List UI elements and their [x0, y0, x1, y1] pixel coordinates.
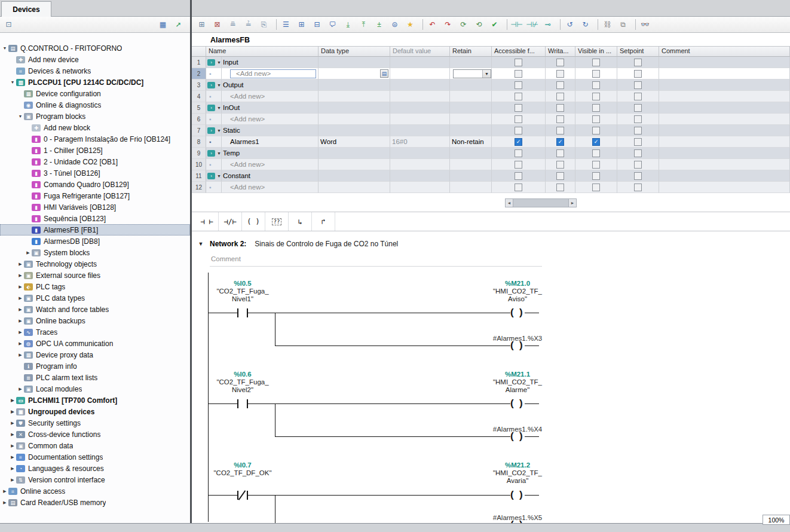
accessible-checkbox[interactable] [515, 104, 522, 112]
chevron-right-icon[interactable]: ▶ [9, 409, 16, 414]
tree-item-device-proxy-data[interactable]: ▶▦Device proxy data [0, 349, 190, 360]
collapse-instructions-icon[interactable]: ⤒ [357, 19, 370, 31]
setpoint-checkbox[interactable] [634, 93, 642, 100]
details-view-icon[interactable]: ▦ [157, 19, 169, 31]
writable-checkbox[interactable] [556, 149, 564, 157]
section-collapse-icon[interactable]: ▼ [217, 60, 221, 65]
refresh-references-icon[interactable]: ⟲ [473, 19, 485, 31]
visible-checkbox[interactable]: ✓ [592, 138, 600, 146]
scrollbar-thumb[interactable] [513, 198, 568, 207]
tree-item-plc-data-types[interactable]: ▶▣PLC data types [0, 292, 190, 304]
tree-item-external-source-files[interactable]: ▶▣External source files [0, 270, 190, 281]
tree-item-online-diagnostics[interactable]: ◉Online & diagnostics [0, 99, 190, 111]
writable-checkbox[interactable] [556, 70, 564, 78]
chevron-right-icon[interactable]: ▶ [17, 387, 24, 392]
update-inconsistent-calls-icon[interactable]: ⟳ [457, 19, 470, 31]
table-row-9[interactable]: 9›▼Temp [192, 148, 790, 159]
table-row-11[interactable]: 11›▼Constant [192, 170, 790, 182]
writable-checkbox[interactable] [556, 115, 564, 123]
coil-symbol[interactable]: ) [519, 307, 523, 317]
table-row-12[interactable]: 12▪<Add new> [192, 182, 790, 193]
data-type-cell[interactable] [319, 125, 390, 136]
chevron-right-icon[interactable]: ▶ [9, 478, 16, 482]
data-type-cell[interactable]: Word [319, 136, 390, 148]
accessible-checkbox[interactable] [515, 59, 522, 66]
setpoint-checkbox[interactable] [634, 161, 642, 169]
default-value-cell[interactable] [390, 91, 450, 102]
accessible-checkbox[interactable] [515, 115, 522, 123]
column-header-default-value[interactable]: Default value [390, 47, 450, 57]
chevron-right-icon[interactable]: ▶ [9, 455, 16, 460]
operand-format-icon[interactable]: ± [373, 19, 385, 31]
tree-item-alarmesdb-db8[interactable]: ▮AlarmesDB [DB8] [0, 236, 190, 247]
coil-symbol[interactable]: ) [519, 490, 523, 500]
no-contact-symbol[interactable] [247, 308, 248, 317]
tree-item-documentation-settings[interactable]: ▶≡Documentation settings [0, 451, 190, 463]
call-structure-icon[interactable]: ⛓ [601, 19, 614, 31]
chevron-right-icon[interactable]: ▶ [9, 432, 16, 437]
retain-cell[interactable] [450, 102, 492, 114]
data-type-cell[interactable] [319, 182, 390, 193]
tree-item-program-blocks[interactable]: ▼▣Program blocks [0, 111, 190, 122]
default-value-cell[interactable] [390, 57, 450, 68]
setpoint-checkbox[interactable] [634, 172, 642, 180]
name-cell[interactable]: <Add new> [222, 114, 319, 125]
filter-view-icon[interactable]: ⊡ [2, 19, 15, 31]
nc-contact-button[interactable]: ⊣/⊢ [219, 212, 242, 231]
column-header-visible-in[interactable]: Visible in ... [575, 47, 617, 57]
contact-tag-name[interactable]: "CO2_TF_Fuga_ Nivel1" [192, 288, 293, 303]
tree-item-program-info[interactable]: ℹProgram info [0, 360, 190, 372]
section-collapse-icon[interactable]: ▼ [217, 106, 221, 110]
comment-cell[interactable] [659, 125, 790, 136]
chevron-right-icon[interactable]: ▶ [17, 353, 24, 357]
no-contact-symbol[interactable] [237, 308, 238, 317]
tree-item-alarmesfb-fb1[interactable]: ▮AlarmesFB [FB1] [0, 224, 190, 236]
default-value-cell[interactable] [390, 148, 450, 159]
comment-cell[interactable] [659, 182, 790, 193]
setpoint-checkbox[interactable] [634, 138, 642, 146]
branch-tag-name[interactable]: #Alarmes1.%X4 [458, 426, 577, 433]
contact-tag-name[interactable]: "CO2_TF_Fuga_ Nivel2" [192, 378, 293, 394]
data-type-cell[interactable] [319, 114, 390, 125]
insert-nc-contact-icon[interactable]: ⊣⊬ [526, 19, 538, 31]
default-value-cell[interactable] [390, 182, 450, 193]
chevron-right-icon[interactable]: ▶ [1, 489, 8, 494]
comment-cell[interactable] [659, 114, 790, 125]
tree-item-hmi-vari-veis-ob128[interactable]: ▮HMI Variáveis [OB128] [0, 201, 190, 213]
name-cell[interactable]: <Add new> [222, 68, 319, 80]
coil-address[interactable]: %M21.2 [458, 461, 577, 469]
coil-tag-name[interactable]: "HMI_CO2_TF_ Avaria" [458, 469, 577, 485]
tree-item-add-new-block[interactable]: ✚Add new block [0, 122, 190, 133]
tree-item-technology-objects[interactable]: ▶▣Technology objects [0, 258, 190, 270]
tree-item-device-configuration[interactable]: ▦Device configuration [0, 88, 190, 99]
setpoint-checkbox[interactable] [634, 70, 642, 78]
table-row-5[interactable]: 5›▼InOut [192, 102, 790, 114]
collapse-networks-icon[interactable]: ⊟ [311, 19, 323, 31]
tree-item-ungrouped-devices[interactable]: ▶▣Ungrouped devices [0, 406, 190, 417]
tree-item-version-control-interface[interactable]: ▶⇅Version control interface [0, 474, 190, 485]
name-cell[interactable]: Alarmes1 [222, 136, 319, 148]
tree-item-3-t-nel-ob126[interactable]: ▮3 - Túnel [OB126] [0, 167, 190, 179]
chevron-right-icon[interactable]: ▶ [17, 285, 24, 289]
visible-checkbox[interactable] [592, 104, 600, 112]
retain-cell[interactable] [450, 148, 492, 159]
next-error-icon[interactable]: ↷ [442, 19, 454, 31]
accessible-checkbox[interactable] [515, 93, 522, 100]
tree-item-q-controlo-fritoforno[interactable]: ▼▤Q.CONTROLO - FRITOFORNO [0, 42, 190, 54]
tree-item-add-new-device[interactable]: ✚Add new device [0, 54, 190, 65]
next-usage-icon[interactable]: ↻ [579, 19, 592, 31]
accessible-checkbox[interactable] [515, 127, 522, 134]
retain-cell[interactable] [450, 91, 492, 102]
tree-item-comando-quadro-ob129[interactable]: ▮Comando Quadro [OB129] [0, 179, 190, 190]
open-all-branches-icon[interactable]: ⎘ [258, 19, 270, 31]
chevron-right-icon[interactable]: ▶ [17, 296, 24, 301]
contact-address[interactable]: %I0.7 [192, 461, 293, 469]
data-type-browse-button[interactable]: ▤ [380, 69, 388, 78]
default-value-cell[interactable] [390, 68, 450, 80]
favorites-icon[interactable]: ★ [404, 19, 417, 31]
tree-item-system-blocks[interactable]: ▶▣System blocks [0, 247, 190, 258]
column-header-retain[interactable]: Retain [450, 47, 492, 57]
chevron-right-icon[interactable]: ▶ [17, 319, 24, 323]
tree-item-0-paragem-instala-o-de-frio-ob124[interactable]: ▮0 - Paragem Instalação de Frio [OB124] [0, 133, 190, 145]
default-value-cell[interactable] [390, 80, 450, 91]
